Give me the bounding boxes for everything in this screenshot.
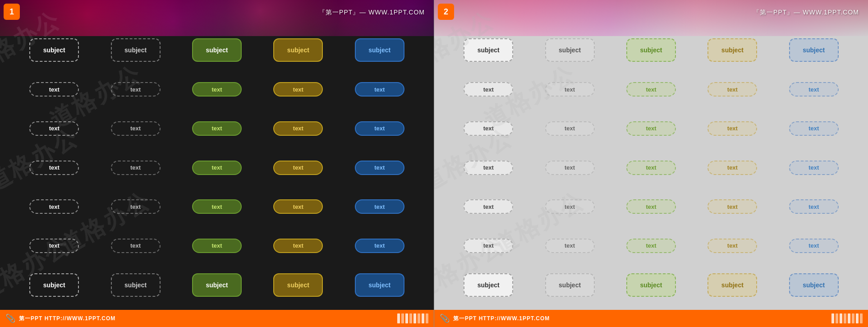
- slide1-cell-r5-c3[interactable]: text: [273, 239, 323, 253]
- slide1-cell-r3-c4[interactable]: text: [355, 161, 404, 175]
- slide2-footer: 📎 第一PPT HTTP://WWW.1PPT.COM: [434, 310, 868, 327]
- slide1-cell-r0-c0[interactable]: subject: [29, 38, 79, 62]
- slide1-footer: 📎 第一PPT HTTP://WWW.1PPT.COM: [0, 310, 434, 327]
- slide1-cell-r0-c1[interactable]: subject: [111, 38, 161, 62]
- slide2-footer-stripes: [831, 313, 863, 323]
- slide1-cell-r6-c2[interactable]: subject: [192, 273, 242, 297]
- slide-2: 道格办公 道格办公 道格办公 道格办公 道格办公 2 『第一PPT』— WWW.…: [434, 0, 868, 327]
- slide2-row-3: texttexttexttexttext: [448, 148, 854, 187]
- slide2-cell-r0-c2[interactable]: subject: [626, 38, 676, 62]
- slide1-cell-r1-c2[interactable]: text: [192, 82, 242, 97]
- slide2-cell-r0-c4[interactable]: subject: [789, 38, 839, 62]
- slide2-cell-r6-c4[interactable]: subject: [789, 273, 839, 297]
- slide1-cell-r5-c4[interactable]: text: [355, 239, 404, 253]
- slide2-cell-r3-c4[interactable]: text: [789, 161, 839, 175]
- slide2-cell-r1-c2[interactable]: text: [626, 82, 676, 97]
- slide2-row-2: texttexttexttexttext: [448, 109, 854, 148]
- slide2-cell-r5-c3[interactable]: text: [707, 239, 757, 253]
- slide2-cell-r2-c1[interactable]: text: [545, 121, 595, 136]
- slide2-cell-r4-c1[interactable]: text: [545, 199, 595, 214]
- slide2-header: 2 『第一PPT』— WWW.1PPT.COM: [434, 0, 868, 25]
- slide1-cell-r3-c3[interactable]: text: [273, 161, 323, 175]
- slide1-cell-r4-c3[interactable]: text: [273, 199, 323, 214]
- slide1-cell-r4-c0[interactable]: text: [29, 199, 79, 214]
- slide1-cell-r1-c0[interactable]: text: [29, 82, 79, 97]
- slide1-cell-r0-c3[interactable]: subject: [273, 38, 323, 62]
- slide2-cell-r6-c0[interactable]: subject: [464, 273, 513, 297]
- slide2-row-0: subjectsubjectsubjectsubjectsubject: [448, 31, 854, 70]
- slide2-header-title: 『第一PPT』— WWW.1PPT.COM: [753, 9, 859, 17]
- slide2-grid: subjectsubjectsubjectsubjectsubjecttextt…: [434, 27, 868, 308]
- slide1-footer-text: 第一PPT HTTP://WWW.1PPT.COM: [19, 315, 397, 322]
- slide-1: 道格办公 道格办公 道格办公 道格办公 道格办公 1 『第一PPT』— WWW.…: [0, 0, 434, 327]
- slide1-cell-r5-c1[interactable]: text: [111, 239, 161, 253]
- slide1-cell-r6-c0[interactable]: subject: [29, 273, 79, 297]
- slide1-cell-r6-c1[interactable]: subject: [111, 273, 161, 297]
- slide1-cell-r1-c4[interactable]: text: [355, 82, 404, 97]
- slide2-cell-r4-c2[interactable]: text: [626, 199, 676, 214]
- slide1-cell-r5-c2[interactable]: text: [192, 239, 242, 253]
- slide1-row-2: texttexttexttexttext: [14, 109, 420, 148]
- slide1-cell-r0-c4[interactable]: subject: [355, 38, 404, 62]
- slide1-cell-r3-c0[interactable]: text: [29, 161, 79, 175]
- slide2-cell-r4-c0[interactable]: text: [464, 199, 513, 214]
- slide2-cell-r5-c2[interactable]: text: [626, 239, 676, 253]
- slide2-cell-r5-c1[interactable]: text: [545, 239, 595, 253]
- slide2-cell-r0-c3[interactable]: subject: [707, 38, 757, 62]
- slide2-cell-r2-c4[interactable]: text: [789, 121, 839, 136]
- slide1-cell-r3-c1[interactable]: text: [111, 161, 161, 175]
- slide1-cell-r5-c0[interactable]: text: [29, 239, 79, 253]
- slide2-cell-r2-c2[interactable]: text: [626, 121, 676, 136]
- slide1-footer-icon: 📎: [5, 313, 15, 323]
- slide1-row-0: subjectsubjectsubjectsubjectsubject: [14, 31, 420, 70]
- slide1-row-6: subjectsubjectsubjectsubjectsubject: [14, 265, 420, 304]
- slide1-footer-stripes: [397, 313, 428, 323]
- slide1-header: 1 『第一PPT』— WWW.1PPT.COM: [0, 0, 434, 25]
- slide2-cell-r3-c2[interactable]: text: [626, 161, 676, 175]
- slide2-footer-text: 第一PPT HTTP://WWW.1PPT.COM: [453, 315, 831, 322]
- slide1-cell-r0-c2[interactable]: subject: [192, 38, 242, 62]
- slide2-cell-r4-c3[interactable]: text: [707, 199, 757, 214]
- slide1-cell-r4-c4[interactable]: text: [355, 199, 404, 214]
- slide2-row-1: texttexttexttexttext: [448, 70, 854, 109]
- slide1-row-5: texttexttexttexttext: [14, 226, 420, 266]
- slide2-cell-r3-c1[interactable]: text: [545, 161, 595, 175]
- slide2-row-6: subjectsubjectsubjectsubjectsubject: [448, 265, 854, 304]
- slide1-cell-r2-c0[interactable]: text: [29, 121, 79, 136]
- slide2-cell-r2-c0[interactable]: text: [464, 121, 513, 136]
- slide1-cell-r6-c3[interactable]: subject: [273, 273, 323, 297]
- slide1-grid: subjectsubjectsubjectsubjectsubjecttextt…: [0, 27, 434, 308]
- slide1-row-4: texttexttexttexttext: [14, 187, 420, 226]
- slide2-cell-r2-c3[interactable]: text: [707, 121, 757, 136]
- slide1-cell-r2-c1[interactable]: text: [111, 121, 161, 136]
- slide2-cell-r4-c4[interactable]: text: [789, 199, 839, 214]
- slide1-badge: 1: [4, 4, 20, 20]
- slide2-cell-r1-c0[interactable]: text: [464, 82, 513, 97]
- slide2-cell-r0-c0[interactable]: subject: [464, 38, 513, 62]
- slide2-cell-r1-c3[interactable]: text: [707, 82, 757, 97]
- slide1-cell-r4-c2[interactable]: text: [192, 199, 242, 214]
- slide1-cell-r1-c3[interactable]: text: [273, 82, 323, 97]
- slide2-cell-r6-c2[interactable]: subject: [626, 273, 676, 297]
- slide2-footer-icon: 📎: [440, 313, 450, 323]
- slide1-cell-r4-c1[interactable]: text: [111, 199, 161, 214]
- slide1-cell-r1-c1[interactable]: text: [111, 82, 161, 97]
- slide2-cell-r3-c3[interactable]: text: [707, 161, 757, 175]
- slide2-cell-r5-c4[interactable]: text: [789, 239, 839, 253]
- slide2-cell-r1-c4[interactable]: text: [789, 82, 839, 97]
- slide1-row-1: texttexttexttexttext: [14, 70, 420, 109]
- slide2-cell-r6-c1[interactable]: subject: [545, 273, 595, 297]
- slide1-cell-r6-c4[interactable]: subject: [355, 273, 404, 297]
- slide2-cell-r6-c3[interactable]: subject: [707, 273, 757, 297]
- slide1-cell-r3-c2[interactable]: text: [192, 161, 242, 175]
- slide1-cell-r2-c2[interactable]: text: [192, 121, 242, 136]
- slide2-cell-r3-c0[interactable]: text: [464, 161, 513, 175]
- slide1-cell-r2-c3[interactable]: text: [273, 121, 323, 136]
- slide2-row-5: texttexttexttexttext: [448, 226, 854, 266]
- slide2-cell-r1-c1[interactable]: text: [545, 82, 595, 97]
- slide2-cell-r0-c1[interactable]: subject: [545, 38, 595, 62]
- slide2-badge: 2: [438, 4, 454, 20]
- slide2-cell-r5-c0[interactable]: text: [464, 239, 513, 253]
- slide1-header-title: 『第一PPT』— WWW.1PPT.COM: [319, 9, 425, 17]
- slide1-cell-r2-c4[interactable]: text: [355, 121, 404, 136]
